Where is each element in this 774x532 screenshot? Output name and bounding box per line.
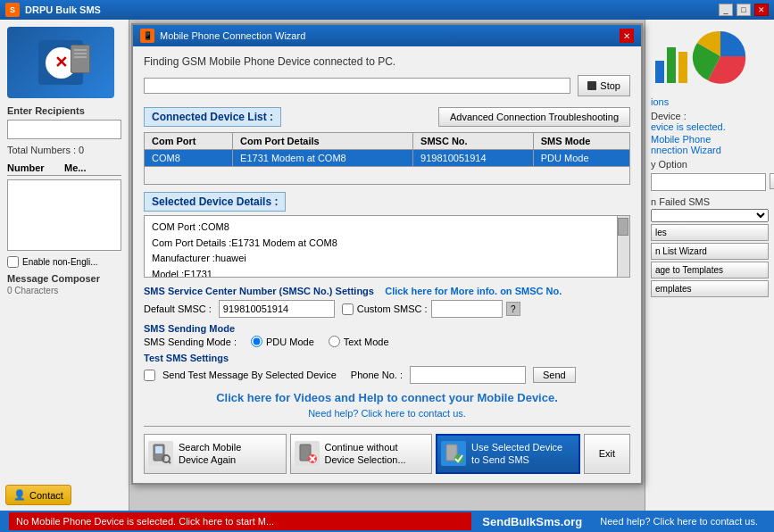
recipients-input[interactable] (7, 120, 121, 139)
status-brand: SendBulkSms.org (471, 511, 593, 532)
right-sms-row: SMS (651, 173, 769, 191)
bottom-buttons-row: Search Mobile Device Again (144, 426, 630, 474)
svg-rect-1 (155, 446, 162, 453)
text-mode-radio[interactable] (329, 336, 340, 347)
svg-rect-12 (678, 52, 687, 83)
status-bar: No Mobile Phone Device is selected. Clic… (0, 511, 774, 532)
help-sub-link[interactable]: Need help? Click here to contact us. (144, 408, 630, 419)
continue-without-icon (295, 441, 320, 466)
app-content: ✕ Enter Recipients Total Numbers : 0 (0, 20, 774, 532)
scrollbar-thumb[interactable] (618, 218, 628, 236)
test-sms-checkbox[interactable] (144, 370, 155, 381)
default-smsc-label: Default SMSC : (144, 303, 212, 314)
phone-no-label: Phone No. : (351, 370, 403, 380)
connected-device-header: Connected Device List : (144, 107, 281, 127)
svg-rect-10 (655, 61, 664, 83)
use-selected-icon (441, 441, 466, 466)
finding-text: Finding GSM Mobile Phone Device connecte… (144, 55, 630, 68)
recipient-table-header: Number Me... (7, 162, 121, 176)
modal-title: Mobile Phone Connection Wizard (160, 30, 305, 41)
right-chart-area (651, 25, 769, 89)
smsc-section: SMS Service Center Number (SMSC No.) Set… (144, 285, 630, 318)
enable-non-english-label: Enable non-Engli... (22, 257, 98, 267)
right-wizard-label[interactable]: Mobile Phone nnection Wizard (651, 134, 769, 155)
char-count: 0 Characters (7, 286, 121, 295)
phone-no-input[interactable] (410, 366, 526, 384)
pdu-mode-radio[interactable] (251, 336, 262, 347)
left-panel: ✕ Enter Recipients Total Numbers : 0 (0, 20, 129, 532)
progress-row: Stop (144, 75, 630, 96)
modal-title-group: 📱 Mobile Phone Connection Wizard (140, 29, 305, 43)
smsc-title: SMS Service Center Number (SMSC No.) Set… (144, 286, 562, 296)
device-details-box[interactable]: COM Port :COM8 Com Port Details :E1731 M… (144, 215, 630, 278)
modal-icon: 📱 (140, 29, 154, 43)
connected-device-section: Connected Device List : Advanced Connect… (144, 107, 630, 132)
advanced-connection-button[interactable]: Advanced Connection Troubleshooting (438, 107, 630, 127)
right-device-label: Device : evice is selected. (651, 111, 769, 132)
modal-overlay: 📱 Mobile Phone Connection Wizard ✕ Findi… (129, 20, 645, 511)
default-smsc-input[interactable] (219, 300, 335, 318)
right-sms-button[interactable]: SMS (770, 173, 774, 189)
search-device-icon (148, 441, 173, 466)
right-templates2-button[interactable]: emplates (651, 280, 769, 297)
main-area: 📱 Mobile Phone Connection Wizard ✕ Findi… (129, 20, 645, 532)
sms-mode-cell: PDU Mode (533, 150, 629, 167)
device-details-scrollbar[interactable] (617, 216, 629, 277)
contact-button[interactable]: 👤 Contact (5, 485, 71, 505)
contact-label: Contact (29, 490, 63, 501)
device-table-row[interactable]: COM8 E1731 Modem at COM8 919810051914 PD… (145, 150, 630, 167)
smsc-no-cell: 919810051914 (413, 150, 534, 167)
contact-button-container: 👤 Contact (5, 485, 71, 505)
sms-mode-header: SMS Mode (533, 133, 629, 150)
search-device-button[interactable]: Search Mobile Device Again (144, 434, 287, 474)
right-templates-button[interactable]: age to Templates (651, 262, 769, 278)
stop-button[interactable]: Stop (578, 75, 630, 96)
device-table: Com Port Com Port Details SMSC No. SMS M… (144, 132, 630, 185)
modal-titlebar: 📱 Mobile Phone Connection Wizard ✕ (133, 25, 641, 46)
com-port-details-header: Com Port Details (233, 133, 413, 150)
right-failed-select[interactable] (651, 209, 769, 222)
modal-body: Finding GSM Mobile Phone Device connecte… (133, 46, 641, 483)
selected-device-header: Selected Device Details : (144, 192, 286, 212)
send-button[interactable]: Send (533, 367, 576, 383)
custom-smsc-input[interactable] (431, 300, 503, 318)
continue-without-button[interactable]: Continue without Device Selection... (290, 434, 433, 474)
sms-mode-title: SMS Sending Mode (144, 323, 630, 334)
app-titlebar: S DRPU Bulk SMS _ □ ✕ (0, 0, 774, 20)
svg-line-3 (169, 461, 171, 463)
test-sms-row: Send Test Message By Selected Device Pho… (144, 366, 630, 384)
com-port-header: Com Port (145, 133, 233, 150)
right-files-button[interactable]: les (651, 224, 769, 241)
app-title: DRPU Bulk SMS (25, 4, 101, 15)
pdu-mode-label: PDU Mode (266, 337, 314, 347)
pdu-mode-radio-group: PDU Mode (251, 336, 314, 347)
device-table-header-row: Com Port Com Port Details SMSC No. SMS M… (145, 133, 630, 150)
test-sms-label: Send Test Message By Selected Device (162, 370, 337, 380)
smsc-row: Default SMSC : Custom SMSC : ? (144, 300, 630, 318)
com-port-details-cell: E1731 Modem at COM8 (233, 150, 413, 167)
status-left[interactable]: No Mobile Phone Device is selected. Clic… (9, 512, 471, 530)
right-ions-label[interactable]: ions (651, 96, 769, 107)
status-right[interactable]: Need help? Click here to contact us. (593, 512, 765, 530)
enable-non-english-checkbox[interactable] (7, 256, 19, 268)
right-panel: ions Device : evice is selected. Mobile … (645, 20, 774, 532)
app-window: S DRPU Bulk SMS _ □ ✕ ✕ (0, 0, 774, 532)
custom-smsc-checkbox[interactable] (342, 303, 354, 315)
smsc-help-button[interactable]: ? (506, 302, 520, 316)
close-button[interactable]: ✕ (754, 4, 769, 16)
device-table-empty-row (145, 167, 630, 185)
custom-smsc-row: Custom SMSC : ? (342, 300, 520, 318)
progress-bar (144, 78, 570, 94)
help-main-link[interactable]: Click here for Videos and Help to connec… (144, 391, 630, 404)
total-numbers: Total Numbers : 0 (7, 145, 121, 155)
smsc-link[interactable]: Click here for More info. on SMSC No. (385, 286, 562, 296)
maximize-button[interactable]: □ (737, 4, 751, 16)
right-list-wizard-button[interactable]: n List Wizard (651, 243, 769, 260)
sms-mode-label: SMS Sending Mode : (144, 337, 237, 347)
use-selected-device-button[interactable]: Use Selected Device to Send SMS (436, 434, 580, 474)
exit-button[interactable]: Exit (584, 434, 630, 474)
right-sms-input[interactable] (651, 173, 766, 191)
com-port-cell: COM8 (145, 150, 233, 167)
minimize-button[interactable]: _ (719, 4, 733, 16)
modal-close-button[interactable]: ✕ (620, 29, 634, 43)
